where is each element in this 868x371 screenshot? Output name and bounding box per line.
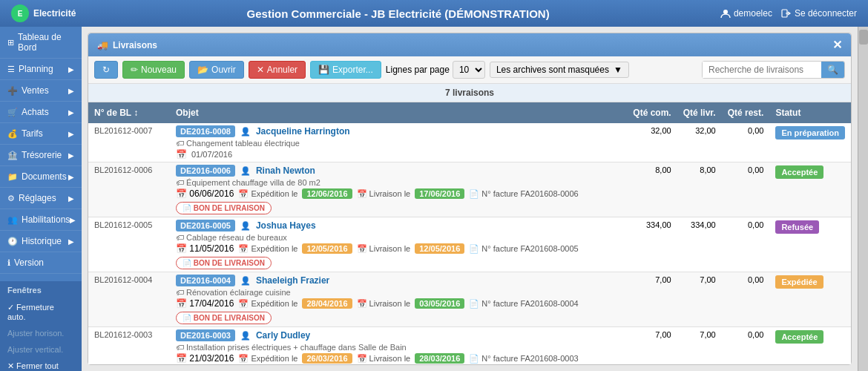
calendar-icon: 📅 11/05/2016 xyxy=(176,243,234,254)
window-item-ajuster-horiz: Ajuster horison. xyxy=(0,325,82,341)
status-badge: Acceptée xyxy=(775,330,823,344)
livraisons-panel: 🚚 Livraisons ✕ ↻ ✏ Nouveau 📂 Ouvrir xyxy=(88,33,852,365)
sidebar-item-documents[interactable]: 📁 Documents ▶ xyxy=(0,166,82,188)
qty-com-cell: 8,00 xyxy=(627,162,677,217)
status-badge: En préparation xyxy=(775,126,845,139)
col-objet[interactable]: Objet xyxy=(170,102,627,123)
object-header: DE2016-0004 👤 Shaeleigh Frazier xyxy=(176,275,621,286)
devis-badge: DE2016-0008 xyxy=(176,125,235,137)
refresh-button[interactable]: ↻ xyxy=(94,61,118,79)
windows-section-header: Fenêtres xyxy=(0,281,82,299)
status-cell: Expédiée xyxy=(769,272,851,327)
sidebar-item-habilitations[interactable]: 👥 Habilitations ▶ xyxy=(0,209,82,231)
devis-badge: DE2016-0003 xyxy=(176,329,235,341)
achats-arrow: ▶ xyxy=(68,108,74,116)
search-button[interactable]: 🔍 xyxy=(821,62,844,78)
window-item-fermer-tout[interactable]: Fermer tout xyxy=(0,358,82,371)
count-bar: 7 livraisons xyxy=(88,84,851,102)
window-item-ajuster-vert: Ajuster vertical. xyxy=(0,341,82,358)
object-header: DE2016-0005 👤 Joshua Hayes xyxy=(176,220,621,232)
right-scrollbar[interactable] xyxy=(858,27,868,371)
sidebar-item-reglages[interactable]: ⚙ Réglages ▶ xyxy=(0,188,82,209)
sidebar-item-tarifs[interactable]: 💰 Tarifs ▶ xyxy=(0,123,82,145)
bl-num-value: BL201612-0007 xyxy=(94,126,152,135)
livraison-date: 28/03/2016 xyxy=(415,353,464,364)
cancel-button[interactable]: ✕ Annuler xyxy=(249,61,306,79)
open-button[interactable]: 📂 Ouvrir xyxy=(189,61,244,79)
refresh-icon: ↻ xyxy=(102,65,110,75)
dates-row: 📅 11/05/2016 📅 Expédition le 12/05/2016 … xyxy=(176,243,621,254)
expedition-date: 12/06/2016 xyxy=(302,188,352,199)
cancel-icon: ✕ xyxy=(257,65,264,75)
status-badge: Expédiée xyxy=(775,275,823,289)
bon-livraison-button[interactable]: 📄 BON DE LIVRAISON xyxy=(176,202,272,214)
object-cell: DE2016-0008 👤 Jacqueline Harrington 🏷 Ch… xyxy=(170,123,627,162)
qty-rest-cell: 0,00 xyxy=(722,217,770,272)
livraisons-table-container[interactable]: N° de BL ↕ Objet Qté com. Qté livr. Qté … xyxy=(88,102,851,364)
lines-per-page-select[interactable]: 10 25 50 xyxy=(453,61,485,79)
col-qty-livr[interactable]: Qté livr. xyxy=(677,102,722,123)
invoice-ref: 📄 N° facture FA201608-0005 xyxy=(469,244,578,254)
sidebar-item-tableau-de-bord[interactable]: ⊞ Tableau de Bord xyxy=(0,27,82,59)
tarifs-icon: 💰 xyxy=(7,129,18,139)
col-bl-num[interactable]: N° de BL ↕ xyxy=(88,102,170,123)
col-qty-com[interactable]: Qté com. xyxy=(627,102,677,123)
sidebar-item-achats[interactable]: 🛒 Achats ▶ xyxy=(0,102,82,123)
app-logo: E Electricité xyxy=(11,4,76,22)
planning-icon: ☰ xyxy=(7,65,15,74)
client-name: Shaeleigh Frazier xyxy=(254,275,330,286)
client-icon: 👤 xyxy=(240,221,251,230)
archives-filter[interactable]: Les archives sont masquées ▼ xyxy=(490,62,629,78)
expedition-label: 📅 Expédition le xyxy=(238,244,297,254)
status-badge: Refusée xyxy=(775,220,819,234)
dates-row: 📅 17/04/2016 📅 Expédition le 28/04/2016 … xyxy=(176,298,621,309)
sidebar-item-historique[interactable]: 🕐 Historique ▶ xyxy=(0,231,82,252)
bon-livraison-button[interactable]: 📄 BON DE LIVRAISON xyxy=(176,312,272,324)
historique-icon: 🕐 xyxy=(7,237,18,246)
qty-livr-cell: 334,00 xyxy=(677,217,722,272)
expedition-label: 📅 Expédition le xyxy=(238,299,297,309)
planning-arrow: ▶ xyxy=(68,65,74,73)
reglages-arrow: ▶ xyxy=(68,194,74,203)
export-button[interactable]: 💾 Exporter... xyxy=(310,61,381,79)
reglages-icon: ⚙ xyxy=(7,194,15,203)
qty-rest-cell: 0,00 xyxy=(722,123,770,162)
object-description: 🏷 Équipement chauffage villa de 80 m2 xyxy=(176,178,621,187)
client-name: Carly Dudley xyxy=(254,330,311,341)
sidebar-item-tresorerie[interactable]: 🏦 Trésorerie ▶ xyxy=(0,145,82,166)
user-icon xyxy=(720,8,731,19)
table-row: BL201612-0003 DE2016-0003 👤 Carly Dudley… xyxy=(88,327,851,365)
dates-row: 📅 21/03/2016 📅 Expédition le 26/03/2016 … xyxy=(176,353,621,364)
toolbar: ↻ ✏ Nouveau 📂 Ouvrir ✕ Annuler 💾 Exporte… xyxy=(88,56,851,84)
status-cell: Refusée xyxy=(769,217,851,272)
livraison-label: 📅 Livraison le xyxy=(357,354,411,364)
qty-com-cell: 334,00 xyxy=(627,217,677,272)
bon-livraison-container: 📄 BON DE LIVRAISON xyxy=(176,309,621,324)
window-item-fermeture-auto[interactable]: Fermeture auto. xyxy=(0,299,82,325)
logout-button[interactable]: Se déconnecter xyxy=(781,8,857,19)
bon-livraison-button[interactable]: 📄 BON DE LIVRAISON xyxy=(176,257,272,269)
bl-number-cell: BL201612-0006 xyxy=(88,162,170,217)
col-statut[interactable]: Statut xyxy=(769,102,851,123)
bl-num-value: BL201612-0005 xyxy=(94,220,152,229)
devis-badge: DE2016-0004 xyxy=(176,275,235,286)
bl-number-cell: BL201612-0005 xyxy=(88,217,170,272)
calendar-icon: 📅 06/06/2016 xyxy=(176,188,234,199)
sidebar-item-planning[interactable]: ☰ Planning ▶ xyxy=(0,59,82,80)
col-qty-rest[interactable]: Qté rest. xyxy=(722,102,770,123)
panel-close-button[interactable]: ✕ xyxy=(832,38,842,52)
scrollbar-thumb xyxy=(859,30,868,45)
table-row: BL201612-0006 DE2016-0006 👤 Rinah Newton… xyxy=(88,162,851,217)
sidebar-item-version[interactable]: ℹ Version xyxy=(0,252,82,274)
status-cell: Acceptée xyxy=(769,162,851,217)
logout-icon xyxy=(781,8,792,19)
new-button[interactable]: ✏ Nouveau xyxy=(122,61,185,79)
status-cell: En préparation xyxy=(769,123,851,162)
sidebar-item-ventes[interactable]: ➕ Ventes ▶ xyxy=(0,80,82,102)
search-input[interactable] xyxy=(703,62,821,78)
client-icon: 👤 xyxy=(240,166,251,175)
username[interactable]: demoelec xyxy=(720,8,772,19)
expedition-date: 26/03/2016 xyxy=(302,353,352,364)
expedition-label: 📅 Expédition le xyxy=(238,189,297,199)
expedition-date: 12/05/2016 xyxy=(302,243,352,254)
